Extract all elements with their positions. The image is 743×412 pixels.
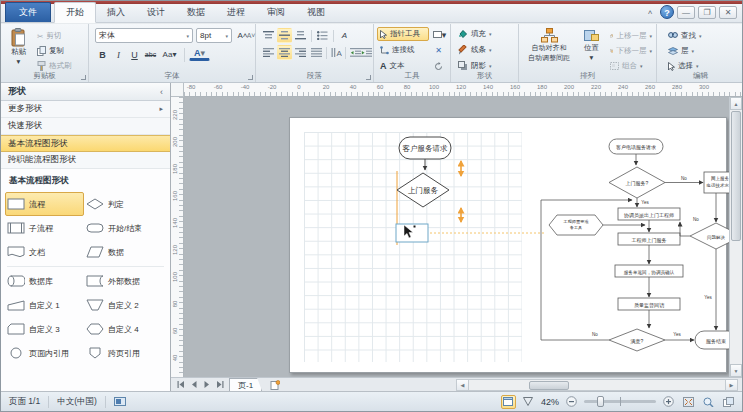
zoom-window-button[interactable] [701,395,716,409]
master-subprocess[interactable]: 子流程 [5,216,84,240]
master-custom-2[interactable]: 自定义 2 [84,293,163,317]
status-page-indicator[interactable]: 页面 1/1 [1,396,48,408]
scroll-up-button[interactable]: ▲ [730,97,742,110]
increase-indent-button[interactable] [360,45,373,60]
insert-page-button[interactable] [268,379,281,391]
stencil-cross-functional[interactable]: 跨职能流程图形状 [1,152,170,169]
shape-new-process[interactable] [396,224,428,242]
clipboard-dialog-launcher[interactable] [81,75,86,80]
align-left-button[interactable] [261,45,276,60]
align-bottom-button[interactable] [293,28,308,43]
fill-button[interactable]: 填充▾ [455,27,511,41]
copy-button[interactable]: 复制 [34,44,67,58]
layers-button[interactable]: 层▾ [665,44,713,58]
justify-button[interactable] [309,45,324,60]
page-tab[interactable]: 页-1 [229,378,262,391]
master-off-page-reference[interactable]: 跨页引用 [84,341,163,365]
font-family-combo[interactable]: 宋体▾ [95,28,193,43]
stencil-basic-flowchart[interactable]: 基本流程图形状 [1,135,170,152]
page-viewport[interactable]: 客户服务请求 上门服务 [184,97,742,377]
zoom-level[interactable]: 42% [541,397,559,407]
full-screen-view-button[interactable] [521,395,536,409]
master-process[interactable]: 流程 [5,192,84,216]
bullets-button[interactable] [315,28,330,43]
status-language[interactable]: 中文(中国) [49,396,105,408]
align-center-button[interactable] [277,45,292,60]
start-end-shape-icon [86,222,104,234]
vertical-scrollbar[interactable]: ▲ ▼ [729,97,742,377]
previous-page-button[interactable] [187,379,200,391]
zoom-in-button[interactable] [661,395,676,409]
zoom-out-button[interactable] [564,395,579,409]
rectangle-tool-button[interactable]: ▾ [431,27,448,42]
tab-view[interactable]: 视图 [296,3,336,22]
tab-insert[interactable]: 插入 [96,3,136,22]
italic-button[interactable]: I [111,47,126,62]
align-right-button[interactable] [293,45,308,60]
tab-data[interactable]: 数据 [176,3,216,22]
font-color-button[interactable]: A▾ [189,47,210,61]
bold-button[interactable]: B [95,47,110,62]
more-shapes-item[interactable]: 更多形状 ▸ [1,101,170,118]
master-external-data[interactable]: 外部数据 [84,269,163,293]
pointer-tool-button[interactable]: 指针工具 [377,27,429,41]
restore-button[interactable]: ❐ [698,6,716,19]
zoom-slider[interactable] [584,400,656,403]
switch-windows-button[interactable] [721,395,736,409]
align-middle-button[interactable] [277,28,292,43]
master-custom-4[interactable]: 自定义 4 [84,317,163,341]
connector-tool-button[interactable]: 连接线 [377,43,429,57]
cut-button[interactable]: ✂剪切 [34,29,64,43]
horizontal-scrollbar[interactable]: ◀ ▶ [456,379,738,391]
master-custom-3[interactable]: 自定义 3 [5,317,84,341]
bring-forward-button[interactable]: 上移一层▾ [607,29,655,43]
close-button[interactable]: ✕ [719,6,737,19]
tab-design[interactable]: 设计 [136,3,176,22]
fit-page-button[interactable] [681,395,696,409]
help-button[interactable]: ? [660,5,674,19]
tab-home[interactable]: 开始 [54,2,96,23]
shrink-font-button[interactable]: A˅ [247,28,255,43]
tab-file[interactable]: 文件 [5,2,51,22]
text-direction-button[interactable]: A [329,45,344,60]
paste-button[interactable]: 粘贴 ▾ [5,27,32,75]
first-page-button[interactable] [174,379,187,391]
master-on-page-reference[interactable]: 页面内引用 [5,341,84,365]
strikethrough-button[interactable]: abc [143,47,158,62]
master-database[interactable]: 数据库 [5,269,84,293]
change-case-button[interactable]: Aa▾ [159,47,180,62]
font-size-combo[interactable]: 8pt▾ [196,28,232,43]
minimize-ribbon-icon[interactable]: ˄ [643,8,657,17]
connection-point-tool-button[interactable]: ✕ [431,43,446,58]
collapse-panel-icon[interactable]: ‹ [160,87,163,97]
master-decision[interactable]: 判定 [84,192,163,216]
status-macro-indicator[interactable] [106,397,134,406]
tab-process[interactable]: 进程 [216,3,256,22]
send-backward-button[interactable]: 下移一层▾ [607,44,655,58]
find-button[interactable]: 查找▾ [665,29,713,43]
zoom-slider-thumb[interactable] [597,396,604,407]
scroll-down-button[interactable]: ▼ [730,364,742,377]
horizontal-scroll-thumb[interactable] [529,381,569,390]
master-custom-1[interactable]: 自定义 1 [5,293,84,317]
underline-button[interactable]: U [127,47,142,62]
scroll-right-button[interactable]: ▶ [725,380,737,390]
quick-shapes-item[interactable]: 快速形状 [1,118,170,135]
normal-view-button[interactable] [501,395,516,409]
scroll-left-button[interactable]: ◀ [457,380,469,390]
master-label: 子流程 [29,223,53,234]
character-spacing-button[interactable]: A [337,28,352,43]
tab-review[interactable]: 审阅 [256,3,296,22]
last-page-button[interactable] [213,379,226,391]
next-page-button[interactable] [200,379,213,391]
paragraph-dialog-launcher[interactable] [366,75,371,80]
master-document[interactable]: 文档 [5,240,84,264]
master-data[interactable]: 数据 [84,240,163,264]
minimize-button[interactable]: — [677,6,695,19]
more-shapes-arrow-icon: ▸ [159,105,163,113]
master-start-end[interactable]: 开始/结束 [84,216,163,240]
font-dialog-launcher[interactable] [248,75,253,80]
line-button[interactable]: 线条▾ [455,43,511,57]
vertical-scroll-thumb[interactable] [731,111,741,241]
align-top-button[interactable] [261,28,276,43]
